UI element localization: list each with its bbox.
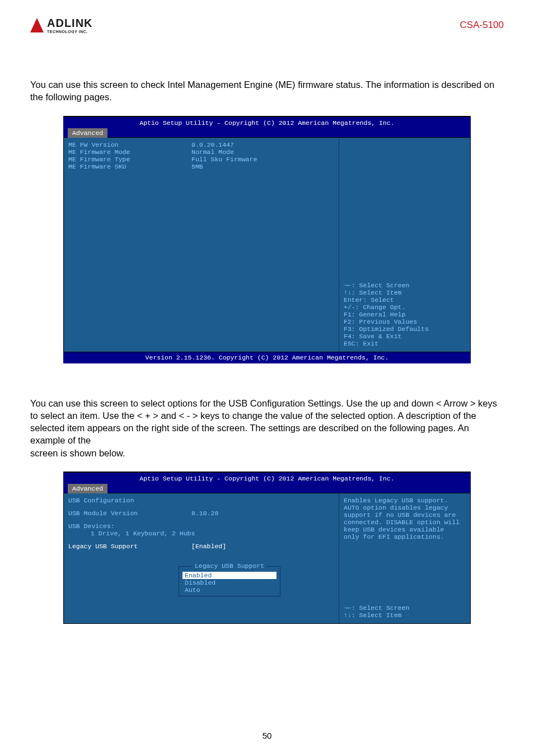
bios2-devices-value-row: 1 Drive, 1 Keyboard, 2 Hubs [68,530,334,537]
bios1-tab-advanced[interactable]: Advanced [68,128,107,138]
popup-item-disabled[interactable]: Disabled [179,579,280,586]
legacy-usb-popup[interactable]: Legacy USB Support Enabled Disabled Auto [179,566,280,596]
bios2-desc-line: connected. DISABLE option will [344,519,466,526]
bios1-label: ME Firmware Type [68,156,191,163]
paragraph-2: You can use this screen to select option… [30,397,504,447]
bios1-row: ME Firmware Type Full Sku Firmware [68,156,334,163]
bios2-devices-value: 1 Drive, 1 Keyboard, 2 Hubs [68,530,195,537]
bios2-tab-advanced[interactable]: Advanced [68,484,107,493]
bios1-footer: Version 2.15.1236. Copyright (C) 2012 Am… [63,352,471,363]
bios2-desc-line: Enables Legacy USB support. [344,497,466,504]
help-line: →←: Select Screen [344,282,466,289]
bios2-module-value: 8.10.28 [191,510,218,517]
bios1-label: ME Firmware SKU [68,163,191,170]
bios2-legacy-value: [Enabled] [191,543,226,550]
help-line: ↑↓: Select Item [344,289,466,296]
bios2-legacy-label: Legacy USB Support [68,543,191,550]
help-line: →←: Select Screen [344,604,466,612]
bios1-value: 9.0.20.1447 [191,141,234,148]
help-line: F3: Optimized Defaults [344,325,466,333]
popup-item-enabled[interactable]: Enabled [182,572,277,579]
help-line: +/-: Change Opt. [344,304,466,311]
logo-triangle-icon [30,18,44,32]
bios1-value: Normal Mode [191,148,234,156]
help-line: F1: General Help [344,311,466,318]
bios2-devices-row: USB Devices: [68,522,334,530]
popup-title: Legacy USB Support [193,562,266,570]
bios-screenshot-usb-config: Aptio Setup Utility - Copyright (C) 2012… [63,472,471,624]
bios2-devices-label: USB Devices: [68,522,115,530]
bios2-desc-line: keep USB devices available [344,526,466,533]
bios2-title: Aptio Setup Utility - Copyright (C) 2012… [63,473,471,482]
bios1-row: ME FW Version 9.0.20.1447 [68,141,334,148]
page-header: ADLINK TECHNOLOGY INC. CSA-5100 [30,17,504,34]
bios2-desc-line: AUTO option disables legacy [344,504,466,511]
bios1-help-block: →←: Select Screen ↑↓: Select Item Enter:… [344,282,466,347]
bios2-module-label: USB Module Version [68,510,191,517]
bios1-value: Full Sku Firmware [191,156,257,163]
help-line: ↑↓: Select Item [344,612,466,619]
bios2-help-block: →←: Select Screen ↑↓: Select Item [344,604,466,619]
bios2-legacy-row[interactable]: Legacy USB Support [Enabled] [68,543,334,550]
bios1-value: 5MB [191,163,203,170]
bios-screenshot-me-firmware: Aptio Setup Utility - Copyright (C) 2012… [63,116,471,363]
popup-item-auto[interactable]: Auto [179,586,280,594]
bios2-section-title: USB Configuration [68,497,334,504]
bios2-desc-line: only for EFI applications. [344,533,466,540]
logo-sub-text: TECHNOLOGY INC. [47,30,93,34]
document-id: CSA-5100 [460,20,504,31]
paragraph-2b: screen is shown below. [30,447,504,459]
adlink-logo: ADLINK TECHNOLOGY INC. [30,17,93,34]
bios1-row: ME Firmware SKU 5MB [68,163,334,170]
bios1-label: ME FW Version [68,141,191,148]
bios2-module-row: USB Module Version 8.10.28 [68,510,334,517]
page-number: 50 [0,731,534,740]
paragraph-1: You can use this screen to check Intel M… [30,78,504,104]
bios1-title: Aptio Setup Utility - Copyright (C) 2012… [63,117,471,127]
help-line: Enter: Select [344,296,466,304]
bios1-row: ME Firmware Mode Normal Mode [68,148,334,156]
bios2-desc-line: support if no USB devices are [344,511,466,519]
logo-main-text: ADLINK [47,17,93,30]
help-line: ESC: Exit [344,340,466,347]
bios1-label: ME Firmware Mode [68,148,191,156]
help-line: F4: Save & Exit [344,333,466,340]
help-line: F2: Previous Values [344,318,466,325]
